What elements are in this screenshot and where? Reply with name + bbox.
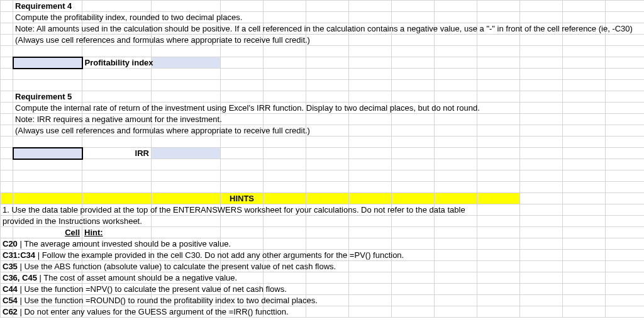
irr-input[interactable] [152, 148, 221, 159]
profitability-index-input[interactable] [152, 57, 221, 69]
req4-line3: (Always use cell references and formulas… [15, 35, 310, 45]
hint-row: C54 | Use the function =ROUND() to round… [1, 295, 645, 306]
hints-header-row: HINTS [1, 193, 645, 204]
hints-intro-line2: provided in the Instructions worksheet. [3, 216, 142, 226]
hints-title: HINTS [221, 193, 264, 204]
hints-header-cell: Cell [13, 227, 82, 238]
hint-row: C62 | Do not enter any values for the GU… [1, 306, 645, 318]
req4-line2: Note: All amounts used in the calculatio… [15, 24, 633, 33]
hint-row: C35 | Use the ABS function (absolute val… [1, 261, 645, 272]
req4-title: Requirement 4 [15, 1, 72, 11]
req5-line1: Compute the internal rate of return of t… [15, 103, 480, 113]
req5-line3: (Always use cell references and formulas… [15, 126, 310, 135]
profitability-index-label: Profitability index [82, 57, 152, 69]
hint-row: C20 | The average amount invested should… [1, 238, 645, 250]
hints-intro-line1: 1. Use the data table provided at the to… [3, 205, 465, 215]
req4-line1: Compute the profitability index, rounded… [15, 13, 242, 22]
req5-line2: Note: IRR requires a negative amount for… [15, 114, 222, 124]
spreadsheet-grid: Requirement 4 Compute the profitability … [0, 0, 644, 318]
req5-title: Requirement 5 [15, 92, 72, 101]
hint-row: C31:C34 | Follow the example provided in… [1, 250, 645, 261]
hint-row: C36, C45 | The cost of asset amount shou… [1, 272, 645, 284]
hints-header-hint: Hint: [84, 228, 103, 237]
irr-label: IRR [82, 148, 152, 159]
hint-row: C44 | Use the function =NPV() to calcula… [1, 284, 645, 295]
